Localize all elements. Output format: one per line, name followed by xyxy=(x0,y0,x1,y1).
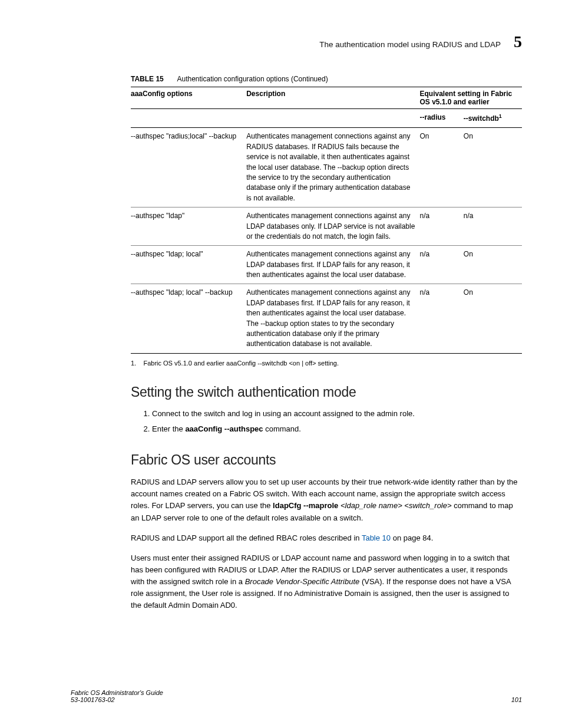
cell-desc: Authenticates management connections aga… xyxy=(246,284,419,353)
footer-page-number: 101 xyxy=(511,696,522,703)
heading-fabric-os-accounts: Fabric OS user accounts xyxy=(131,452,522,468)
chapter-number: 5 xyxy=(514,32,522,51)
cell-opt: --authspec "ldap; local" xyxy=(131,246,246,284)
footer-guide: Fabric OS Administrator's Guide xyxy=(71,689,163,696)
cell-switchdb: On xyxy=(464,128,522,207)
cell-radius: n/a xyxy=(420,284,464,353)
footer-left: Fabric OS Administrator's Guide 53-10017… xyxy=(71,689,163,703)
p3-italic: Brocade Vendor-Specific Attribute xyxy=(245,577,360,586)
th-switchdb: --switchdb1 xyxy=(464,109,522,128)
paragraph-1: RADIUS and LDAP servers allow you to set… xyxy=(131,476,522,524)
footnote-num: 1. xyxy=(131,360,136,367)
cell-switchdb: On xyxy=(464,284,522,353)
table-footnote: 1. Fabric OS v5.1.0 and earlier aaaConfi… xyxy=(131,360,522,367)
step-1: Connect to the switch and log in using a… xyxy=(152,409,522,419)
table-row: --authspec "ldap" Authenticates manageme… xyxy=(131,207,522,246)
cell-switchdb: On xyxy=(464,246,522,284)
step-2-cmd: aaaConfig --authspec xyxy=(185,424,263,433)
content-area: TABLE 15 Authentication configuration op… xyxy=(71,75,522,612)
table-caption: TABLE 15 Authentication configuration op… xyxy=(131,75,522,83)
paragraph-3: Users must enter their assigned RADIUS o… xyxy=(131,552,522,612)
table-row: --authspec "radius;local" --backup Authe… xyxy=(131,128,522,207)
heading-setting-auth-mode: Setting the switch authentication mode xyxy=(131,384,522,400)
cell-desc: Authenticates management connections aga… xyxy=(246,128,419,207)
step-2-pre: Enter the xyxy=(152,424,185,433)
step-2-post: command. xyxy=(263,424,301,433)
cell-opt: --authspec "ldap" xyxy=(131,207,246,246)
table-row: --authspec "ldap; local" Authenticates m… xyxy=(131,246,522,284)
page: The authentication model using RADIUS an… xyxy=(0,0,562,728)
cell-radius: n/a xyxy=(420,246,464,284)
p1-args: <ldap_role name> <switch_role> xyxy=(340,501,452,510)
cell-opt: --authspec "radius;local" --backup xyxy=(131,128,246,207)
page-footer: Fabric OS Administrator's Guide 53-10017… xyxy=(71,689,522,703)
table-label: TABLE 15 xyxy=(131,75,164,83)
p2-text-a: RADIUS and LDAP support all the defined … xyxy=(131,533,362,542)
footnote-text: Fabric OS v5.1.0 and earlier aaaConfig -… xyxy=(143,360,339,367)
cell-desc: Authenticates management connections aga… xyxy=(246,246,419,284)
th-options: aaaConfig options xyxy=(131,87,246,109)
p1-cmd: ldapCfg --maprole xyxy=(273,501,338,510)
cell-desc: Authenticates management connections aga… xyxy=(246,207,419,246)
th-equivalent: Equivalent setting in Fabric OS v5.1.0 a… xyxy=(420,87,523,109)
header-title: The authentication model using RADIUS an… xyxy=(319,40,501,49)
table-10-link[interactable]: Table 10 xyxy=(362,533,391,542)
table-caption-text: Authentication configuration options (Co… xyxy=(177,75,328,83)
cell-radius: n/a xyxy=(420,207,464,246)
step-2: Enter the aaaConfig --authspec command. xyxy=(152,424,522,434)
table-row: --authspec "ldap; local" --backup Authen… xyxy=(131,284,522,353)
p2-text-b: on page 84. xyxy=(391,533,433,542)
th-description: Description xyxy=(246,87,419,109)
paragraph-2: RADIUS and LDAP support all the defined … xyxy=(131,532,522,544)
th-radius: --radius xyxy=(420,109,464,128)
cell-opt: --authspec "ldap; local" --backup xyxy=(131,284,246,353)
cell-switchdb: n/a xyxy=(464,207,522,246)
footer-docnum: 53-1001763-02 xyxy=(71,696,163,703)
page-header: The authentication model using RADIUS an… xyxy=(71,32,522,51)
th-switchdb-text: --switchdb xyxy=(464,114,499,123)
auth-config-table: aaaConfig options Description Equivalent… xyxy=(131,87,522,354)
table-header-row: aaaConfig options Description Equivalent… xyxy=(131,87,522,109)
table-subheader-row: --radius --switchdb1 xyxy=(131,109,522,128)
steps-list: Connect to the switch and log in using a… xyxy=(131,409,522,434)
cell-radius: On xyxy=(420,128,464,207)
th-switchdb-sup: 1 xyxy=(499,113,502,119)
